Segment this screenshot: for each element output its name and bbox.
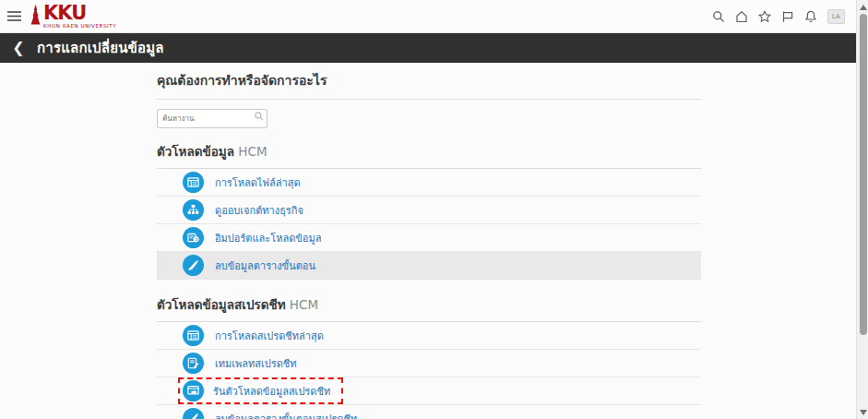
task-item-label[interactable]: เทมเพลทสเปรดชีท: [215, 355, 297, 372]
task-item[interactable]: การโหลดไฟล์ล่าสุด: [157, 169, 701, 197]
business-objects-icon: [183, 199, 204, 221]
vertical-scrollbar[interactable]: [856, 0, 868, 419]
task-search: [157, 107, 268, 126]
scrollbar-thumb[interactable]: [860, 14, 867, 335]
task-item-label[interactable]: ดูออบเจกต์ทางธุรกิจ: [215, 202, 303, 219]
topbar-actions: [711, 9, 827, 24]
task-item-label[interactable]: ลบข้อมูลตารางขั้นตอนสเปรดชีท: [215, 411, 357, 419]
import-load-icon: [183, 227, 204, 248]
task-item-label[interactable]: อิมปอร์ตและโหลดข้อมูล: [215, 230, 321, 246]
task-item[interactable]: ลบข้อมูลตารางขั้นตอน: [157, 252, 701, 280]
task-item-label[interactable]: ลบข้อมูลตารางขั้นตอน: [215, 257, 315, 274]
favorites-icon[interactable]: [757, 9, 772, 24]
delete-stage-icon: [183, 408, 204, 419]
kku-logo[interactable]: KKU KHON KAEN UNIVERSITY: [30, 4, 116, 30]
task-panel: คุณต้องการทำหรือจัดการอะไร ตัวโหลดข้อมูล…: [157, 70, 701, 419]
panel-question-title: คุณต้องการทำหรือจัดการอะไร: [157, 70, 701, 100]
page-title: การแลกเปลี่ยนข้อมูล: [37, 37, 164, 59]
task-item[interactable]: รันตัวโหลดข้อมูลสเปรดชีท: [157, 377, 701, 405]
task-item[interactable]: ดูออบเจกต์ทางธุรกิจ: [157, 197, 701, 224]
recent-loads-icon: [183, 172, 204, 193]
back-button[interactable]: ❮: [0, 41, 37, 55]
kku-logo-subtitle: KHON KAEN UNIVERSITY: [43, 24, 116, 30]
annotation-highlight-box: รันตัวโหลดข้อมูลสเปรดชีท: [178, 377, 343, 404]
recent-loads-icon: [183, 325, 204, 346]
search-icon[interactable]: [711, 9, 726, 24]
kku-logo-text: KKU: [43, 4, 116, 23]
task-item-label[interactable]: รันตัวโหลดข้อมูลสเปรดชีท: [213, 383, 330, 400]
app-window: KKU KHON KAEN UNIVERSITY LA ❮ การแลกเปลี…: [0, 0, 868, 419]
task-item[interactable]: ลบข้อมูลตารางขั้นตอนสเปรดชีท: [157, 405, 701, 419]
home-icon[interactable]: [734, 9, 749, 24]
scroll-up-button[interactable]: [857, 1, 868, 13]
user-avatar[interactable]: LA: [827, 9, 845, 24]
section-title: ตัวโหลดข้อมูล HCM: [157, 141, 701, 169]
page-header: ❮ การแลกเปลี่ยนข้อมูล: [0, 33, 856, 63]
top-navigation-bar: KKU KHON KAEN UNIVERSITY LA: [0, 0, 856, 33]
section-title: ตัวโหลดข้อมูลสเปรดชีท HCM: [157, 294, 701, 322]
template-icon: [183, 353, 204, 374]
task-item[interactable]: อิมปอร์ตและโหลดข้อมูล: [157, 224, 701, 252]
task-item[interactable]: เทมเพลทสเปรดชีท: [157, 350, 701, 377]
search-input[interactable]: [157, 109, 268, 128]
task-item[interactable]: การโหลดสเปรดชีทล่าสุด: [157, 322, 701, 350]
search-input-icon: [254, 111, 265, 122]
task-sections: ตัวโหลดข้อมูล HCMการโหลดไฟล์ล่าสุดดูออบเ…: [157, 141, 701, 419]
run-loader-icon: [183, 380, 204, 401]
task-item-label[interactable]: การโหลดสเปรดชีทล่าสุด: [215, 328, 324, 344]
notifications-icon[interactable]: [803, 9, 818, 24]
flag-icon[interactable]: [780, 9, 795, 24]
scroll-down-button[interactable]: [857, 406, 868, 418]
kku-spire-icon: [30, 5, 42, 27]
task-item-label[interactable]: การโหลดไฟล์ล่าสุด: [215, 174, 301, 191]
hamburger-menu-icon[interactable]: [0, 10, 28, 22]
delete-stage-icon: [183, 255, 204, 276]
